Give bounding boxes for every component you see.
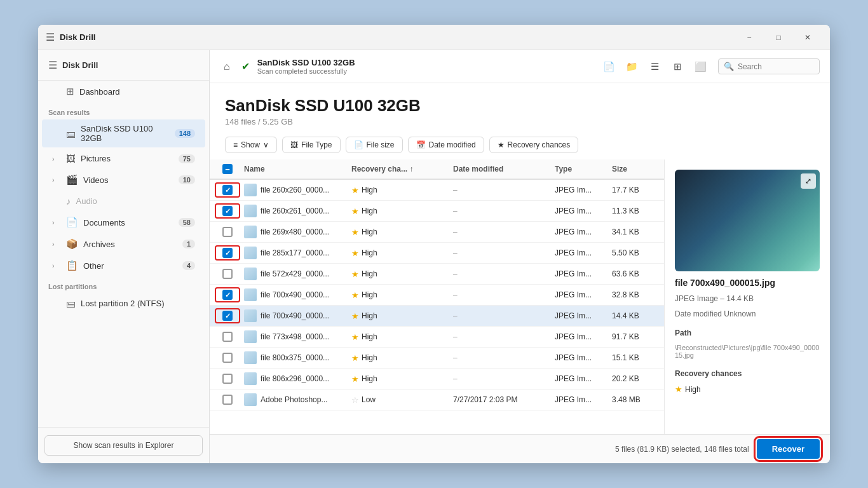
date-icon: 📅 bbox=[416, 140, 426, 149]
documents-icon: 📄 bbox=[66, 217, 78, 228]
header-checkbox[interactable] bbox=[222, 164, 233, 174]
file-size-icon: 📄 bbox=[354, 140, 363, 149]
hamburger-icon[interactable]: ☰ bbox=[46, 31, 55, 43]
content-area: ⌂ ✔ SanDisk SSD U100 32GB Scan completed… bbox=[210, 50, 830, 463]
table-row[interactable]: file 285x177_0000... ★ High – JPEG Im...… bbox=[210, 243, 664, 264]
sidebar-item-dashboard[interactable]: ⊞ Dashboard bbox=[42, 81, 205, 102]
row6-checkbox[interactable] bbox=[222, 290, 233, 300]
main-layout: ☰ Disk Drill ⊞ Dashboard Scan results 🖴 … bbox=[38, 50, 830, 463]
maximize-button[interactable]: □ bbox=[764, 28, 793, 47]
hamburger-sidebar-icon[interactable]: ☰ bbox=[48, 59, 57, 71]
row6-name: file 700x490_0000... bbox=[240, 287, 348, 302]
row4-checkbox-wrap bbox=[215, 245, 240, 261]
file-type-filter-button[interactable]: 🖼 File Type bbox=[282, 137, 340, 153]
file-size-filter-button[interactable]: 📄 File size bbox=[346, 137, 403, 153]
show-scan-results-button[interactable]: Show scan results in Explorer bbox=[44, 435, 203, 456]
folder-view-btn[interactable]: 📁 bbox=[621, 57, 642, 77]
row10-checkbox[interactable] bbox=[222, 374, 233, 384]
row1-size: 17.7 KB bbox=[608, 184, 659, 196]
page-header: SanDisk SSD U100 32GB 148 files / 5.25 G… bbox=[210, 83, 830, 133]
row7-size: 14.4 KB bbox=[608, 310, 659, 322]
sidebar-label-audio: Audio bbox=[76, 196, 196, 206]
home-icon[interactable]: ⌂ bbox=[220, 57, 234, 76]
table-row[interactable]: file 700x490_0000... ★ High – JPEG Im...… bbox=[210, 285, 664, 306]
col-size[interactable]: Size bbox=[608, 163, 659, 175]
row1-checkbox-wrap bbox=[215, 182, 240, 198]
file-thumb-11 bbox=[244, 393, 257, 406]
show-chevron: ∨ bbox=[263, 140, 269, 149]
sidebar-item-pictures[interactable]: › 🖼 Pictures 75 bbox=[42, 149, 205, 168]
row9-date: – bbox=[449, 352, 551, 363]
show-filter-button[interactable]: ≡ Show ∨ bbox=[225, 137, 277, 153]
table-row[interactable]: file 260x261_0000... ★ High – JPEG Im...… bbox=[210, 201, 664, 222]
sidebar-item-audio[interactable]: ♪ Audio bbox=[42, 191, 205, 211]
row3-checkbox[interactable] bbox=[222, 227, 233, 237]
row1-checkbox[interactable] bbox=[222, 185, 233, 195]
preview-expand-button[interactable]: ⤢ bbox=[801, 173, 816, 189]
row5-recovery-text: High bbox=[362, 269, 377, 278]
row7-checkbox[interactable] bbox=[222, 311, 233, 321]
row4-checkbox[interactable] bbox=[222, 248, 233, 258]
file-thumb-1 bbox=[244, 184, 257, 196]
table-row[interactable]: file 572x429_0000... ★ High – JPEG Im...… bbox=[210, 264, 664, 285]
table-row[interactable]: file 260x260_0000... ★ High – JPEG Im...… bbox=[210, 180, 664, 201]
row10-name: file 806x296_0000... bbox=[240, 371, 348, 386]
table-row[interactable]: file 806x296_0000... ★ High – JPEG Im...… bbox=[210, 369, 664, 390]
sidebar: ☰ Disk Drill ⊞ Dashboard Scan results 🖴 … bbox=[38, 50, 210, 463]
file-view-btn[interactable]: 📄 bbox=[599, 57, 619, 77]
row8-checkbox[interactable] bbox=[222, 332, 233, 342]
preview-view-btn[interactable]: ⬜ bbox=[690, 57, 710, 77]
disk-icon: 🖴 bbox=[66, 128, 76, 139]
star10: ★ bbox=[351, 374, 359, 384]
row11-size: 3.48 MB bbox=[608, 394, 659, 405]
table-row[interactable]: file 269x480_0000... ★ High – JPEG Im...… bbox=[210, 222, 664, 243]
row3-date: – bbox=[449, 226, 551, 238]
expand-pictures: › bbox=[52, 155, 61, 163]
col-recovery[interactable]: Recovery cha... ↑ bbox=[348, 163, 449, 175]
close-button[interactable]: ✕ bbox=[793, 28, 822, 47]
sidebar-item-videos[interactable]: › 🎬 Videos 10 bbox=[42, 170, 205, 190]
sidebar-item-lost-partition[interactable]: 🖴 Lost partition 2 (NTFS) bbox=[42, 294, 205, 313]
table-row[interactable]: file 800x375_0000... ★ High – JPEG Im...… bbox=[210, 348, 664, 369]
recovery-chances-filter-button[interactable]: ★ Recovery chances bbox=[489, 137, 579, 153]
file-thumb-8 bbox=[244, 330, 257, 343]
file-type-icon: 🖼 bbox=[290, 140, 298, 149]
sidebar-label-pictures: Pictures bbox=[81, 154, 173, 163]
status-bar: 5 files (81.9 KB) selected, 148 files to… bbox=[210, 434, 830, 463]
minimize-button[interactable]: − bbox=[735, 28, 764, 47]
row5-date: – bbox=[449, 268, 551, 280]
recover-button[interactable]: Recover bbox=[757, 439, 820, 459]
table-body: file 260x260_0000... ★ High – JPEG Im...… bbox=[210, 180, 664, 434]
row11-checkbox[interactable] bbox=[222, 395, 233, 405]
row7-date: – bbox=[449, 310, 551, 322]
topbar-info: SanDisk SSD U100 32GB Scan completed suc… bbox=[257, 58, 591, 75]
grid-view-btn[interactable]: ⊞ bbox=[667, 57, 688, 77]
sidebar-item-other[interactable]: › 📋 Other 4 bbox=[42, 255, 205, 276]
col-type[interactable]: Type bbox=[551, 163, 608, 175]
search-input[interactable] bbox=[738, 62, 814, 71]
sidebar-item-archives[interactable]: › 📦 Archives 1 bbox=[42, 234, 205, 254]
audio-icon: ♪ bbox=[66, 196, 71, 207]
pictures-icon: 🖼 bbox=[66, 153, 76, 164]
list-view-btn[interactable]: ☰ bbox=[644, 57, 665, 77]
date-modified-filter-button[interactable]: 📅 Date modified bbox=[408, 137, 484, 153]
page-subtitle: 148 files / 5.25 GB bbox=[225, 117, 815, 126]
table-row[interactable]: Adobe Photoshop... ☆ Low 7/27/2017 2:03 … bbox=[210, 390, 664, 410]
table-row[interactable]: file 773x498_0000... ★ High – JPEG Im...… bbox=[210, 327, 664, 348]
row1-type: JPEG Im... bbox=[551, 184, 608, 196]
row5-recovery: ★ High bbox=[348, 268, 449, 280]
sidebar-item-sandisk[interactable]: 🖴 SanDisk SSD U100 32GB 148 bbox=[42, 119, 205, 147]
row5-checkbox[interactable] bbox=[222, 269, 233, 279]
expand-videos: › bbox=[52, 176, 61, 184]
row9-checkbox[interactable] bbox=[222, 353, 233, 363]
row9-size: 15.1 KB bbox=[608, 352, 659, 363]
row10-checkbox-wrap bbox=[215, 374, 240, 384]
row10-recovery: ★ High bbox=[348, 373, 449, 385]
sidebar-item-documents[interactable]: › 📄 Documents 58 bbox=[42, 212, 205, 233]
table-row[interactable]: file 700x490_0000... ★ High – JPEG Im...… bbox=[210, 306, 664, 327]
col-name[interactable]: Name bbox=[240, 163, 348, 175]
recovery-chances-label: Recovery chances bbox=[508, 140, 571, 149]
page-title: SanDisk SSD U100 32GB bbox=[225, 96, 815, 116]
col-date-modified[interactable]: Date modified bbox=[449, 163, 551, 175]
row2-checkbox[interactable] bbox=[222, 206, 233, 216]
